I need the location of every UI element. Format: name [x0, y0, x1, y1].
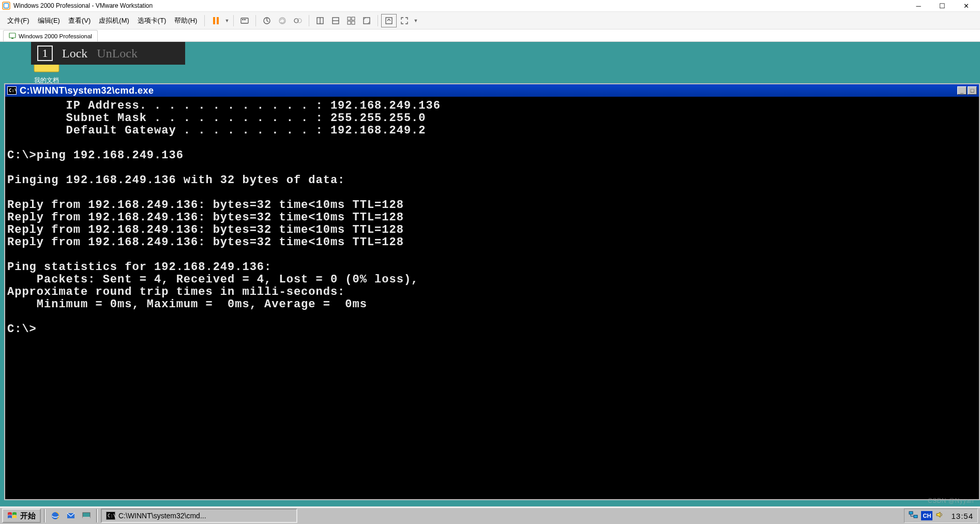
task-cmd-icon: C:\	[106, 512, 115, 520]
quicklaunch-outlook[interactable]	[64, 509, 78, 522]
svg-point-10	[297, 19, 301, 23]
tray-ime-indicator[interactable]: CH	[921, 511, 932, 520]
svg-rect-28	[909, 512, 913, 514]
vmware-app-icon	[2, 2, 10, 10]
outer-minimize-button[interactable]: ─	[907, 0, 930, 12]
svg-rect-5	[242, 19, 244, 20]
windows-flag-icon	[7, 511, 18, 520]
quicklaunch-desktop[interactable]	[80, 509, 93, 522]
svg-rect-16	[352, 17, 355, 20]
svg-rect-6	[244, 19, 246, 20]
svg-rect-21	[9, 33, 16, 38]
svg-rect-22	[11, 38, 13, 39]
vmware-menubar: 文件(F) 编辑(E) 查看(V) 虚拟机(M) 选项卡(T) 帮助(H) ▼ …	[0, 12, 980, 29]
svg-rect-2	[213, 17, 215, 24]
cmd-maximize-button[interactable]: □	[968, 86, 977, 95]
vmware-title-text: Windows 2000 Professional - VMware Works…	[13, 2, 907, 9]
pause-vm-button[interactable]	[208, 14, 223, 27]
cmd-minimize-button[interactable]: _	[957, 86, 967, 95]
tray-clock[interactable]: 13:54	[951, 512, 973, 520]
stretch-dropdown-arrow[interactable]: ▼	[412, 18, 419, 23]
cmd-icon: C:\	[7, 86, 17, 95]
overlay-lock-button[interactable]: Lock	[62, 47, 87, 61]
svg-rect-29	[914, 515, 917, 518]
start-button[interactable]: 开始	[2, 508, 41, 523]
task-cmd-label: C:\WINNT\system32\cmd...	[118, 512, 206, 520]
svg-rect-3	[217, 17, 219, 24]
system-tray: CH 13:54	[904, 508, 978, 523]
taskbar-task-cmd[interactable]: C:\ C:\WINNT\system32\cmd...	[101, 508, 297, 523]
vmware-titlebar: Windows 2000 Professional - VMware Works…	[0, 0, 980, 12]
outer-close-button[interactable]: ✕	[954, 0, 978, 12]
menu-tabs[interactable]: 选项卡(T)	[133, 14, 171, 27]
overlay-number: 1	[37, 46, 53, 61]
cmd-output[interactable]: IP Address. . . . . . . . . . . . : 192.…	[5, 97, 979, 499]
vmware-tabbar: Windows 2000 Professional	[0, 29, 980, 42]
menu-vm[interactable]: 虚拟机(M)	[95, 14, 133, 27]
menu-file[interactable]: 文件(F)	[3, 14, 34, 27]
tray-volume-icon[interactable]	[936, 511, 945, 521]
view-unity-button[interactable]	[359, 14, 374, 27]
svg-rect-15	[348, 17, 351, 20]
tray-network-icon[interactable]	[909, 511, 918, 521]
overlay-unlock-button[interactable]: UnLock	[97, 47, 138, 61]
svg-rect-17	[348, 21, 351, 24]
svg-rect-4	[241, 18, 248, 23]
cmd-titlebar[interactable]: C:\ C:\WINNT\system32\cmd.exe _ □	[5, 84, 979, 97]
view-thumbnail-button[interactable]	[343, 14, 359, 27]
svg-rect-18	[352, 21, 355, 24]
pause-dropdown-arrow[interactable]: ▼	[223, 18, 230, 23]
send-ctrl-alt-del-button[interactable]	[237, 14, 252, 27]
svg-rect-20	[386, 18, 392, 24]
menu-edit[interactable]: 编辑(E)	[34, 14, 64, 27]
vm-tab-label: Windows 2000 Professional	[19, 33, 92, 39]
outer-maximize-button[interactable]: ☐	[930, 0, 954, 12]
snapshot-revert-button[interactable]	[275, 14, 290, 27]
vm-tab-icon	[9, 32, 16, 40]
enter-fullscreen-button[interactable]	[381, 14, 397, 27]
svg-rect-27	[83, 517, 90, 518]
lock-overlay: 1 Lock UnLock	[31, 42, 185, 65]
guest-taskbar: 开始 C:\ C:\WINNT\system32\cmd... CH 13:54	[0, 506, 980, 524]
menu-view[interactable]: 查看(V)	[64, 14, 95, 27]
vm-tab[interactable]: Windows 2000 Professional	[3, 30, 98, 41]
cmd-window[interactable]: C:\ C:\WINNT\system32\cmd.exe _ □ IP Add…	[4, 83, 980, 500]
stretch-guest-button[interactable]	[397, 14, 412, 27]
menu-help[interactable]: 帮助(H)	[170, 14, 201, 27]
watermark-text: CSDN @Nyyan	[928, 497, 974, 504]
view-console-button[interactable]	[328, 14, 343, 27]
guest-desktop[interactable]: 我的文档 1 Lock UnLock C:\ C:\WINNT\system32…	[0, 42, 980, 524]
cmd-title-text: C:\WINNT\system32\cmd.exe	[20, 85, 957, 96]
quicklaunch-ie[interactable]	[49, 509, 62, 522]
view-single-button[interactable]	[312, 14, 328, 27]
start-label: 开始	[20, 511, 36, 521]
snapshot-take-button[interactable]	[259, 14, 275, 27]
snapshot-manage-button[interactable]	[290, 14, 306, 27]
